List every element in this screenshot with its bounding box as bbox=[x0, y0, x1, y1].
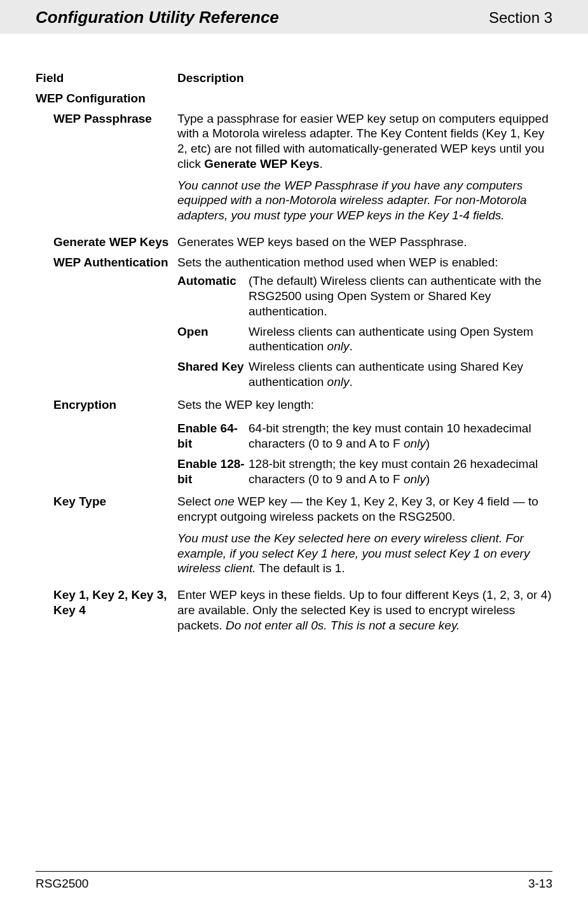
opt-row-128bit: Enable 128-bit 128-bit strength; the key… bbox=[177, 454, 552, 490]
row-generate-wep-keys: Generate WEP Keys Generates WEP keys bas… bbox=[36, 232, 552, 252]
wep-auth-options-table: Automatic (The default) Wireless clients… bbox=[177, 271, 552, 392]
header-title-right: Section 3 bbox=[489, 9, 552, 27]
field-encryption: Encryption bbox=[36, 395, 177, 492]
opt-row-automatic: Automatic (The default) Wireless clients… bbox=[177, 271, 552, 321]
opt-key-64bit: Enable 64-bit bbox=[177, 418, 249, 454]
opt-key-shared: Shared Key bbox=[177, 357, 249, 392]
desc-encryption: Sets the WEP key length: Enable 64-bit 6… bbox=[177, 395, 552, 492]
page-container: Configuration Utility Reference Section … bbox=[0, 0, 588, 906]
row-key-1234: Key 1, Key 2, Key 3, Key 4 Enter WEP key… bbox=[36, 585, 552, 635]
row-encryption: Encryption Sets the WEP key length: Enab… bbox=[36, 395, 552, 492]
row-wep-authentication: WEP Authentication Sets the authenticati… bbox=[36, 252, 552, 395]
opt-row-shared: Shared Key Wireless clients can authenti… bbox=[177, 357, 552, 392]
section-title-wep: WEP Configuration bbox=[36, 88, 552, 109]
field-key-type: Key Type bbox=[36, 491, 177, 585]
row-key-type: Key Type Select one WEP key — the Key 1,… bbox=[36, 491, 552, 585]
desc-key-type: Select one WEP key — the Key 1, Key 2, K… bbox=[177, 491, 552, 585]
footer-left: RSG2500 bbox=[36, 877, 88, 891]
opt-key-128bit: Enable 128-bit bbox=[177, 454, 249, 490]
field-generate-wep-keys: Generate WEP Keys bbox=[36, 232, 177, 252]
opt-desc-128bit: 128-bit strength; the key must contain 2… bbox=[249, 454, 552, 490]
opt-desc-shared: Wireless clients can authenticate using … bbox=[249, 357, 552, 392]
desc-key-1234: Enter WEP keys in these fields. Up to fo… bbox=[177, 585, 552, 635]
row-wep-passphrase: WEP Passphrase Type a passphrase for eas… bbox=[36, 109, 552, 232]
opt-key-automatic: Automatic bbox=[177, 271, 249, 321]
header-title-left: Configuration Utility Reference bbox=[36, 8, 279, 27]
opt-desc-automatic: (The default) Wireless clients can authe… bbox=[249, 271, 552, 321]
page-header: Configuration Utility Reference Section … bbox=[0, 0, 588, 34]
page-footer: RSG2500 3-13 bbox=[36, 871, 552, 891]
desc-wep-authentication: Sets the authentication method used when… bbox=[177, 252, 552, 395]
col-header-description: Description bbox=[177, 68, 552, 88]
field-wep-passphrase: WEP Passphrase bbox=[36, 109, 177, 232]
encryption-options-table: Enable 64-bit 64-bit strength; the key m… bbox=[177, 418, 552, 489]
table-header-row: Field Description bbox=[36, 68, 552, 88]
opt-desc-open: Wireless clients can authenticate using … bbox=[249, 322, 552, 357]
opt-desc-64bit: 64-bit strength; the key must contain 10… bbox=[249, 418, 552, 454]
section-row: WEP Configuration bbox=[36, 88, 552, 109]
field-description-table: Field Description WEP Configuration WEP … bbox=[36, 68, 552, 635]
footer-right: 3-13 bbox=[528, 877, 552, 891]
col-header-field: Field bbox=[36, 68, 177, 88]
opt-row-64bit: Enable 64-bit 64-bit strength; the key m… bbox=[177, 418, 552, 454]
desc-generate-wep-keys: Generates WEP keys based on the WEP Pass… bbox=[177, 232, 552, 252]
field-wep-authentication: WEP Authentication bbox=[36, 252, 177, 395]
opt-key-open: Open bbox=[177, 322, 249, 357]
content-body: Field Description WEP Configuration WEP … bbox=[36, 34, 552, 635]
desc-wep-passphrase: Type a passphrase for easier WEP key set… bbox=[177, 109, 552, 232]
opt-row-open: Open Wireless clients can authenticate u… bbox=[177, 322, 552, 357]
field-key-1234: Key 1, Key 2, Key 3, Key 4 bbox=[36, 585, 177, 635]
